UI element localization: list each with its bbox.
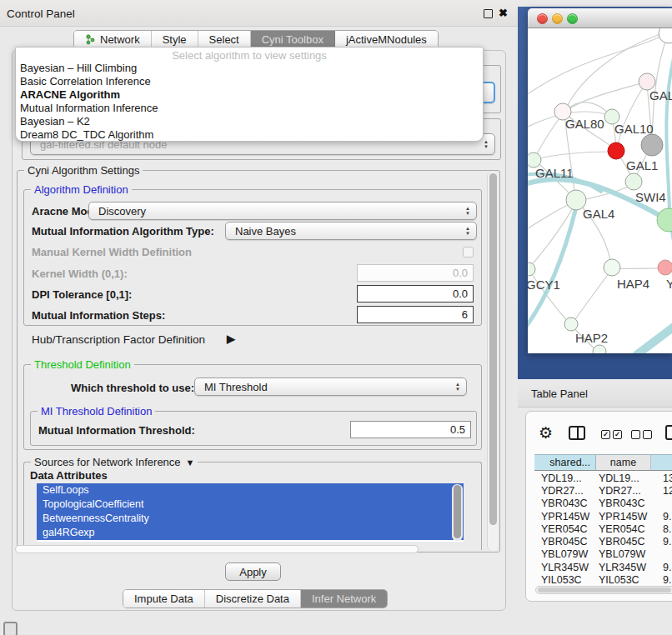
popup-item-dream8[interactable]: Dream8 DC_TDC Algorithm [16,128,483,142]
checked-box-icon: ✓ [601,430,610,439]
network-node-gal1-red[interactable] [608,142,624,159]
column-header-cut[interactable] [651,454,672,471]
table-row[interactable]: YDR27...YDR27...12 [534,484,672,497]
aracne-mode-value: Discovery [98,205,146,218]
table-header-row: shared... name [534,454,672,471]
tab-impute-data[interactable]: Impute Data [123,590,205,608]
tab-discretize-data[interactable]: Discretize Data [205,590,301,608]
table-row[interactable]: YBL079WYBL079W [534,548,672,561]
control-panel-header [0,0,519,27]
tab-jactivemnodules[interactable]: jActiveMNodules [335,31,438,48]
collapsed-panel-button[interactable] [3,622,18,635]
deselect-all-columns-icon[interactable] [631,430,652,439]
table-row[interactable]: YLR345WYLR345W9. [534,561,672,573]
node-label: GAL1 [626,158,658,172]
tab-network[interactable]: Network [74,31,152,48]
network-node-big-green[interactable] [657,208,672,232]
stepper-icon: ▲▼ [484,140,489,149]
tab-select[interactable]: Select [198,31,251,48]
table-panel-header: Table Panel [518,379,672,408]
node-label: Y [666,277,672,291]
node-label: GAL80 [565,117,604,131]
mi-threshold-title: MI Threshold Definition [38,405,155,418]
network-node[interactable] [659,28,672,43]
mi-threshold-field[interactable]: 0.5 [350,421,471,438]
column-header-shared-name[interactable]: shared... [534,454,596,471]
which-threshold-label: Which threshold to use: [71,382,194,394]
node-label: SWI4 [635,190,666,204]
tab-network-label: Network [100,33,140,46]
kernel-width-field[interactable]: 0.0 [357,264,474,282]
node-label: GAL11 [535,166,574,180]
list-item-selfloops[interactable]: SelfLoops [37,483,464,498]
network-graph: GAL GAL80 GAL10 GAL1 GAL11 SWI4 GAL4 GCY… [528,28,672,353]
unchecked-box-icon [631,430,640,439]
split-columns-icon[interactable] [569,426,585,440]
settings-scroll-thumb[interactable] [489,173,497,525]
network-node[interactable] [593,345,606,353]
checked-box-icon: ✓ [613,430,622,439]
network-node-swi4[interactable] [625,173,642,190]
column-header-label: name [610,457,636,468]
control-panel-title: Control Panel [7,8,75,20]
popup-item-bayesian-k2[interactable]: Bayesian – K2 [16,115,483,128]
table-hscroll-thumb[interactable] [538,588,671,592]
window-minimize-button[interactable] [552,13,563,24]
aracne-mode-combobox[interactable]: Discovery ▲▼ [88,202,477,220]
float-panel-icon[interactable] [484,9,493,18]
network-canvas[interactable]: GAL GAL80 GAL10 GAL1 GAL11 SWI4 GAL4 GCY… [528,28,672,353]
table-row[interactable]: YBR045CYBR045C9. [534,535,672,548]
tab-infer-network[interactable]: Infer Network [301,590,387,608]
settings-scrollbar[interactable] [487,172,498,551]
popup-prompt: Select algorithm to view settings [16,49,483,62]
list-item-betweennesscentrality[interactable]: BetweennessCentrality [37,512,464,526]
which-threshold-combobox[interactable]: MI Threshold ▲▼ [194,378,467,396]
hub-definition-label[interactable]: Hub/Transcription Factor Definition [32,333,205,346]
table-row[interactable]: YBR043CYBR043C [534,498,672,510]
table-row[interactable]: YDL19...YDL19...13 [534,472,672,484]
network-node-salmon[interactable] [658,260,672,275]
tab-cyni-toolbox[interactable]: Cyni Toolbox [251,31,335,48]
close-panel-icon[interactable]: ✖ [499,7,508,19]
select-all-columns-icon[interactable]: ✓ ✓ [601,430,622,439]
popup-item-bayesian-hill-climbing[interactable]: Bayesian – Hill Climbing [16,62,483,75]
table-row[interactable]: YER054CYER054C8. [534,522,672,535]
tab-style[interactable]: Style [152,31,198,48]
network-node-hap4[interactable] [604,259,620,276]
column-header-name[interactable]: name [596,454,651,471]
popup-item-mutual-information[interactable]: Mutual Information Inference [16,102,483,115]
network-node-gray[interactable] [641,134,663,156]
list-item-gal4rgexp[interactable]: gal4RGexp [37,526,464,540]
node-label: GAL [649,88,672,102]
network-node-gal[interactable] [639,73,655,90]
app-root: Control Panel ✖ Network Style Select Cyn… [0,0,672,635]
network-node-gcy1[interactable] [528,262,535,276]
tab-infer-network-label: Infer Network [312,592,376,605]
table-card: ⚙ ✓ ✓ shared... name [525,411,672,602]
manual-kernel-width-checkbox[interactable] [463,247,474,258]
tab-style-label: Style [163,33,187,46]
dpi-tolerance-field[interactable]: 0.0 [357,285,474,302]
apply-button[interactable]: Apply [225,562,281,581]
popup-item-basic-correlation[interactable]: Basic Correlation Inference [16,75,483,88]
attributes-scroll-thumb[interactable] [454,485,461,538]
attributes-list-scrollbar[interactable] [452,484,463,541]
table-horizontal-scrollbar[interactable] [535,586,672,594]
settings-horizontal-scrollbar[interactable] [15,545,419,553]
popup-item-aracne[interactable]: ARACNE Algorithm [16,88,483,102]
network-node-hap2[interactable] [564,318,578,331]
new-column-icon[interactable] [665,425,672,440]
window-zoom-button[interactable] [567,13,578,24]
list-item-topologicalcoefficient[interactable]: TopologicalCoefficient [37,498,464,512]
sources-title-text: Sources for Network Inference [34,456,181,468]
network-window-titlebar[interactable] [528,8,672,28]
expand-triangle-icon[interactable]: ▶ [227,332,235,345]
mi-algorithm-type-combobox[interactable]: Naive Bayes ▲▼ [225,222,477,240]
window-close-button[interactable] [537,13,548,24]
mi-steps-field[interactable]: 6 [357,306,474,323]
collapse-triangle-icon[interactable]: ▼ [186,458,195,468]
table-settings-gear-icon[interactable]: ⚙ [539,423,553,442]
table-row[interactable]: YPR145WYPR145W9. [534,510,672,522]
mi-algorithm-type-label: Mutual Information Algorithm Type: [32,225,214,238]
table-row[interactable]: YIL053CYIL053C9. [534,573,672,586]
